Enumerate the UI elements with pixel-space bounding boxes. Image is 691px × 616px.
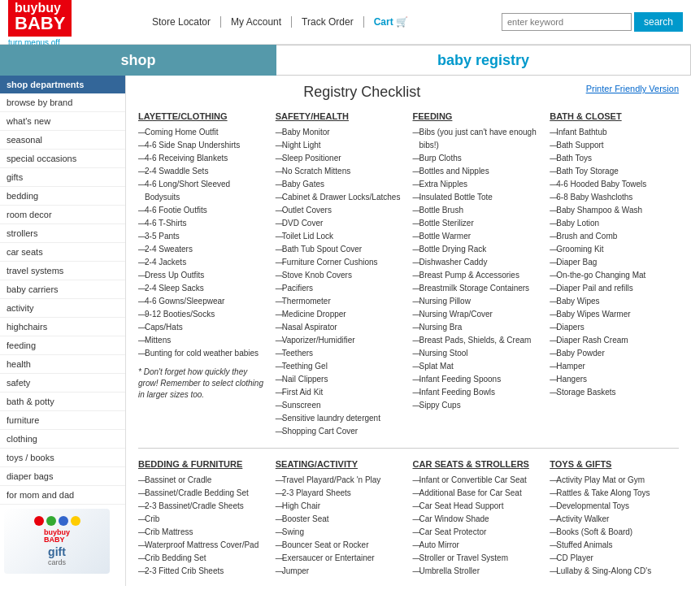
printer-friendly-link[interactable]: Printer Friendly Version bbox=[586, 84, 679, 93]
sidebar-header: shop departments bbox=[0, 76, 125, 93]
list-item: Bassinet/Cradle Bedding Set bbox=[138, 487, 267, 500]
list-item: Breast Pump & Accessories bbox=[413, 269, 542, 282]
list-item: Bouncer Seat or Rocker bbox=[276, 539, 405, 552]
list-item: Baby Wipes Warmer bbox=[550, 308, 679, 321]
main: shop departments browse by brand what's … bbox=[0, 76, 691, 586]
sidebar-item-special[interactable]: special occasions bbox=[0, 150, 125, 168]
list-item: Diaper Bag bbox=[550, 256, 679, 269]
sidebar-item-strollers[interactable]: strollers bbox=[0, 224, 125, 243]
list-item: Vaporizer/Humidifier bbox=[276, 334, 405, 347]
sidebar-item-carseats[interactable]: car seats bbox=[0, 243, 125, 262]
sidebar-item-health[interactable]: health bbox=[0, 355, 125, 374]
list-item: Travel Playard/Pack 'n Play bbox=[276, 474, 405, 487]
list-item: Crib Mattress bbox=[138, 526, 267, 539]
dot-red bbox=[34, 516, 44, 526]
col-safety-header: SAFETY/HEALTH bbox=[276, 111, 405, 121]
list-item: 9-12 Booties/Socks bbox=[138, 308, 267, 321]
nav-store-locator[interactable]: Store Locator bbox=[142, 16, 221, 28]
list-item: Shopping Cart Cover bbox=[276, 425, 405, 438]
list-item: 2-4 Sleep Sacks bbox=[138, 282, 267, 295]
sidebar: shop departments browse by brand what's … bbox=[0, 76, 126, 586]
list-item: Books (Soft & Board) bbox=[550, 526, 679, 539]
sidebar-item-carriers[interactable]: baby carriers bbox=[0, 280, 125, 299]
search-button[interactable]: search bbox=[634, 12, 683, 32]
col-safety: SAFETY/HEALTH Baby Monitor Night Light S… bbox=[276, 105, 405, 438]
gift-label: gift bbox=[48, 545, 66, 558]
list-item: 4-6 Long/Short Sleeved Bodysuits bbox=[138, 178, 267, 204]
list-item: Sleep Positioner bbox=[276, 152, 405, 165]
list-item: Outlet Covers bbox=[276, 204, 405, 217]
checklist-grid-1: LAYETTE/CLOTHING Coming Home Outfit 4-6 … bbox=[138, 105, 679, 438]
list-item: Insulated Bottle Tote bbox=[413, 191, 542, 204]
sidebar-item-feeding[interactable]: feeding bbox=[0, 336, 125, 355]
section-divider bbox=[138, 448, 679, 449]
list-item: Bottle Warmer bbox=[413, 230, 542, 243]
sidebar-item-bath[interactable]: bath & potty bbox=[0, 393, 125, 411]
list-item: 3-5 Pants bbox=[138, 230, 267, 243]
list-item: Sensitive laundry detergent bbox=[276, 412, 405, 425]
list-item: Baby Powder bbox=[550, 347, 679, 360]
sidebar-item-activity[interactable]: activity bbox=[0, 299, 125, 318]
sidebar-item-travel[interactable]: travel systems bbox=[0, 262, 125, 280]
search-input[interactable] bbox=[502, 13, 632, 31]
sidebar-item-new[interactable]: what's new bbox=[0, 112, 125, 131]
list-item: Crib bbox=[138, 513, 267, 526]
header: buybuy BABY turn menus off Store Locator… bbox=[0, 0, 691, 45]
search-area: search bbox=[502, 12, 683, 32]
sidebar-item-gifts[interactable]: gifts bbox=[0, 168, 125, 187]
list-item: Night Light bbox=[276, 139, 405, 152]
dot-yellow bbox=[71, 516, 80, 526]
col-bath: BATH & CLOSET Infant Bathtub Bath Suppor… bbox=[550, 105, 679, 438]
list-item: Nail Clippers bbox=[276, 373, 405, 386]
list-item: Teethers bbox=[276, 347, 405, 360]
sidebar-item-safety[interactable]: safety bbox=[0, 374, 125, 393]
nav-cart[interactable]: Cart 🛒 bbox=[364, 16, 418, 28]
col-feeding: FEEDING Bibs (you just can't have enough… bbox=[413, 105, 542, 438]
list-item: Furniture Corner Cushions bbox=[276, 256, 405, 269]
list-item: Booster Seat bbox=[276, 513, 405, 526]
list-item: Nasal Aspirator bbox=[276, 321, 405, 334]
sidebar-item-toys[interactable]: toys / books bbox=[0, 449, 125, 467]
gift-sublabel: cards bbox=[48, 558, 66, 566]
nav-my-account[interactable]: My Account bbox=[221, 16, 292, 28]
col-layette: LAYETTE/CLOTHING Coming Home Outfit 4-6 … bbox=[138, 105, 267, 438]
sidebar-item-clothing[interactable]: clothing bbox=[0, 430, 125, 449]
tab-shop[interactable]: shop bbox=[0, 45, 276, 76]
tab-registry[interactable]: baby registry bbox=[276, 45, 691, 76]
sidebar-item-diapers[interactable]: diaper bags bbox=[0, 467, 125, 486]
list-item: Coming Home Outfit bbox=[138, 126, 267, 139]
col-carseats: CAR SEATS & STROLLERS Infant or Converti… bbox=[413, 453, 542, 578]
list-item: Diaper Pail and refills bbox=[550, 282, 679, 295]
sidebar-item-mom[interactable]: for mom and dad bbox=[0, 486, 125, 505]
list-item: Bottle Sterilizer bbox=[413, 217, 542, 230]
list-item: Nursing Wrap/Cover bbox=[413, 308, 542, 321]
list-item: 2-3 Fitted Crib Sheets bbox=[138, 565, 267, 578]
col-feeding-header: FEEDING bbox=[413, 111, 542, 121]
tab-bar: shop baby registry bbox=[0, 45, 691, 76]
layette-note: * Don't forget how quickly they grow! Re… bbox=[138, 367, 267, 401]
col-seating: SEATING/ACTIVITY Travel Playard/Pack 'n … bbox=[276, 453, 405, 578]
list-item: Infant Bathtub bbox=[550, 126, 679, 139]
sidebar-item-highchairs[interactable]: highchairs bbox=[0, 318, 125, 336]
sidebar-item-browse[interactable]: browse by brand bbox=[0, 93, 125, 112]
sidebar-item-furniture[interactable]: furniture bbox=[0, 411, 125, 430]
sidebar-item-roomdecor[interactable]: room decor bbox=[0, 206, 125, 224]
list-item: CD Player bbox=[550, 552, 679, 565]
list-item: Medicine Dropper bbox=[276, 308, 405, 321]
list-item: Bunting for cold weather babies bbox=[138, 347, 267, 360]
list-item: Caps/Hats bbox=[138, 321, 267, 334]
list-item: Developmental Toys bbox=[550, 500, 679, 513]
list-item: DVD Cover bbox=[276, 217, 405, 230]
list-item: Infant Feeding Spoons bbox=[413, 373, 542, 386]
dot-blue bbox=[59, 516, 68, 526]
list-item: Diapers bbox=[550, 321, 679, 334]
sidebar-item-bedding[interactable]: bedding bbox=[0, 187, 125, 206]
list-item: On-the-go Changing Mat bbox=[550, 269, 679, 282]
list-item: Waterproof Mattress Cover/Pad bbox=[138, 539, 267, 552]
sidebar-item-seasonal[interactable]: seasonal bbox=[0, 131, 125, 150]
col-bath-header: BATH & CLOSET bbox=[550, 111, 679, 121]
list-item: Stove Knob Covers bbox=[276, 269, 405, 282]
nav-track-order[interactable]: Track Order bbox=[292, 16, 364, 28]
list-item: Swing bbox=[276, 526, 405, 539]
list-item: Bibs (you just can't have enough bibs!) bbox=[413, 126, 542, 152]
